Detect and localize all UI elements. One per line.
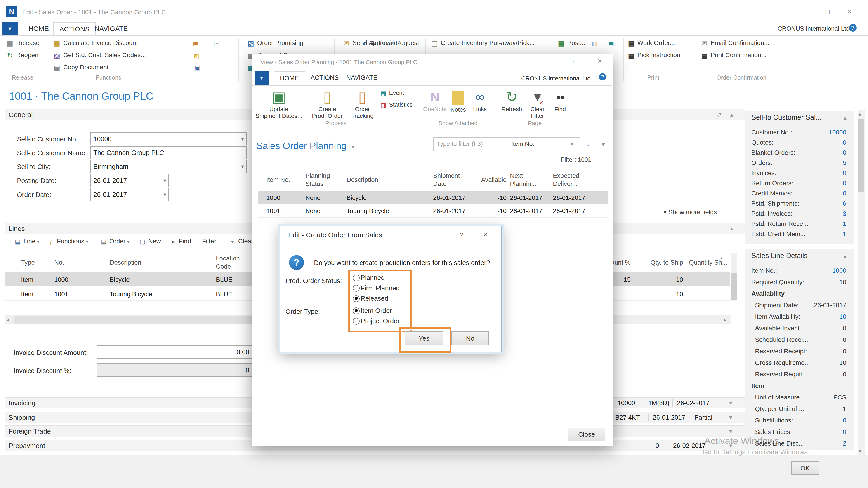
- no-button[interactable]: No: [452, 331, 489, 346]
- pcell-next-planning[interactable]: 26-01-2017: [510, 194, 542, 201]
- apply-filter-icon[interactable]: →: [583, 140, 590, 149]
- scroll-up-icon[interactable]: ▴: [859, 111, 861, 117]
- pcell-shipment-date[interactable]: 26-01-2017: [433, 207, 465, 215]
- dimensions-icon-button[interactable]: ▨: [193, 50, 201, 60]
- work-order-button[interactable]: ▤ Work Order...: [627, 38, 675, 48]
- new-document-icon-button[interactable]: ▢▾: [208, 38, 218, 48]
- pcol-description[interactable]: Description: [346, 176, 378, 184]
- pcell-item-no[interactable]: 1000: [266, 194, 280, 201]
- email-confirmation-button[interactable]: ✉ Email Confirmation...: [700, 38, 770, 48]
- pcell-item-no[interactable]: 1001: [266, 207, 280, 215]
- update-shipment-dates-button[interactable]: ▣ UpdateShipment Dates...: [254, 88, 303, 119]
- pcell-expected[interactable]: 26-01-2017: [553, 207, 585, 215]
- scroll-left-icon[interactable]: ◂: [6, 317, 9, 323]
- pcell-status[interactable]: None: [305, 194, 320, 201]
- popup-tab-home[interactable]: HOME: [274, 71, 305, 85]
- sell-to-city-field[interactable]: Birmingham▾: [90, 160, 247, 173]
- create-prod-order-button[interactable]: ▯ CreateProd. Order: [309, 88, 345, 119]
- attachment-icon-button[interactable]: ▤: [192, 38, 200, 48]
- cell-no[interactable]: 1001: [54, 291, 68, 298]
- lines-menu-filter[interactable]: Filter: [202, 237, 216, 246]
- close-button[interactable]: Close: [568, 428, 605, 441]
- sell-to-customer-no-field[interactable]: 10000▾: [90, 132, 247, 145]
- cell-description[interactable]: Bicycle: [110, 276, 130, 283]
- posting-date-field[interactable]: 26-01-2017▾: [90, 174, 169, 187]
- radio-item-order[interactable]: Item Order: [353, 307, 392, 315]
- pcol-item-no[interactable]: Item No.: [266, 176, 290, 184]
- expand-chevron-icon[interactable]: ▾: [729, 442, 732, 449]
- lines-menu-new[interactable]: ▢ New: [138, 237, 161, 246]
- collapse-icon[interactable]: ▴: [844, 114, 846, 121]
- reopen-button[interactable]: ↻ Reopen: [5, 50, 38, 60]
- filter-column-select[interactable]: Item No.: [511, 140, 534, 148]
- refresh-button[interactable]: ↻ Refresh: [499, 88, 525, 112]
- expand-chevron-icon[interactable]: ▾: [729, 428, 732, 435]
- cell-description[interactable]: Touring Bicycle: [110, 291, 152, 298]
- expand-icon[interactable]: ⇗: [717, 111, 722, 118]
- notes-button[interactable]: Notes: [448, 88, 468, 113]
- close-icon[interactable]: ×: [847, 7, 852, 16]
- scroll-right-icon[interactable]: ▸: [724, 317, 726, 323]
- authorize-button[interactable]: ✔ Authorize: [360, 38, 398, 48]
- pcell-description[interactable]: Touring Bicycle: [346, 207, 389, 215]
- collapse-icon[interactable]: ▴: [730, 225, 733, 232]
- collapse-icon[interactable]: ▴: [730, 111, 733, 118]
- order-tracking-button[interactable]: ▯ OrderTracking: [348, 88, 377, 119]
- event-button[interactable]: ▦ Event: [379, 88, 404, 98]
- pcol-next-planning[interactable]: Next: [510, 172, 523, 180]
- minimize-icon[interactable]: —: [804, 8, 811, 15]
- help-icon[interactable]: ?: [849, 24, 857, 32]
- order-promising-button[interactable]: ▧ Order Promising: [246, 38, 303, 48]
- lines-menu-functions[interactable]: ƒ Functions ▾: [47, 237, 88, 246]
- radio-planned[interactable]: Planned: [353, 274, 385, 282]
- find-button[interactable]: ●● Find: [551, 88, 569, 112]
- pcell-status[interactable]: None: [305, 207, 320, 215]
- calculate-invoice-discount-button[interactable]: ▦ Calculate Invoice Discount: [53, 38, 138, 48]
- lines-menu-line[interactable]: ▤ Line ▾: [13, 237, 39, 246]
- get-std-cust-sales-codes-button[interactable]: ▨ Get Std. Cust. Sales Codes...: [53, 50, 146, 60]
- pcell-available[interactable]: -10: [479, 194, 506, 201]
- pcol-expected-delivery[interactable]: Expected: [553, 172, 579, 180]
- lines-vertical-scrollbar[interactable]: [731, 254, 737, 301]
- maximize-icon[interactable]: □: [826, 8, 830, 15]
- pcell-shipment-date[interactable]: 26-01-2017: [433, 194, 465, 201]
- radio-firm-planned[interactable]: Firm Planned: [353, 285, 400, 292]
- cell-type[interactable]: Item: [21, 276, 33, 283]
- yes-button[interactable]: Yes: [405, 331, 443, 346]
- lines-menu-find[interactable]: ●● Find: [169, 237, 191, 246]
- pcell-available[interactable]: -10: [479, 207, 506, 215]
- create-inventory-putaway-button[interactable]: ▥ Create Inventory Put-away/Pick...: [430, 38, 535, 48]
- post-preview-icon-button[interactable]: ▥: [590, 38, 598, 48]
- pcol-shipment-date[interactable]: Shipment: [433, 172, 460, 180]
- clear-filter-button[interactable]: ▼× ClearFilter: [526, 88, 549, 119]
- popup-tab-navigate[interactable]: NAVIGATE: [340, 71, 383, 84]
- cell-qty-to-ship[interactable]: 10: [631, 276, 683, 283]
- pcell-description[interactable]: Bicycle: [346, 194, 367, 201]
- statistics-button[interactable]: ▥ Statistics: [379, 100, 412, 109]
- expand-chevron-icon[interactable]: ▾: [729, 414, 732, 421]
- radio-released[interactable]: Released: [353, 295, 388, 302]
- order-date-field[interactable]: 26-01-2017▾: [90, 188, 169, 201]
- scrollbar-thumb[interactable]: [858, 119, 864, 192]
- release-button[interactable]: ▤ Release: [5, 38, 39, 48]
- pcol-available[interactable]: Available: [479, 176, 506, 184]
- popup-app-menu-button[interactable]: ▾: [254, 71, 269, 85]
- cell-location[interactable]: BLUE: [216, 291, 232, 298]
- popup-close-icon[interactable]: ×: [598, 57, 602, 65]
- copy-document-button[interactable]: ▣ Copy Document...: [53, 62, 114, 72]
- col-type[interactable]: Type: [21, 259, 35, 266]
- cell-qty-to-ship[interactable]: 10: [631, 291, 683, 298]
- dialog-help-icon[interactable]: ?: [460, 231, 464, 239]
- dialog-close-icon[interactable]: ×: [483, 230, 488, 239]
- page-title-caret-icon[interactable]: ▾: [352, 144, 354, 150]
- scrollbar-thumb[interactable]: [731, 273, 737, 300]
- expand-chevron-icon[interactable]: ▾: [729, 399, 732, 406]
- ok-button[interactable]: OK: [791, 461, 819, 475]
- main-vertical-scrollbar[interactable]: ▴ ▾: [858, 110, 865, 455]
- lines-menu-order[interactable]: ▤ Order ▾: [99, 237, 129, 246]
- invoice-discount-amount-field[interactable]: 0.00: [97, 345, 252, 359]
- pcell-expected[interactable]: 26-01-2017: [553, 194, 585, 201]
- post-batch-icon-button[interactable]: ▤: [607, 38, 615, 48]
- popup-tab-actions[interactable]: ACTIONS: [305, 71, 344, 84]
- cell-location[interactable]: BLUE: [216, 276, 232, 283]
